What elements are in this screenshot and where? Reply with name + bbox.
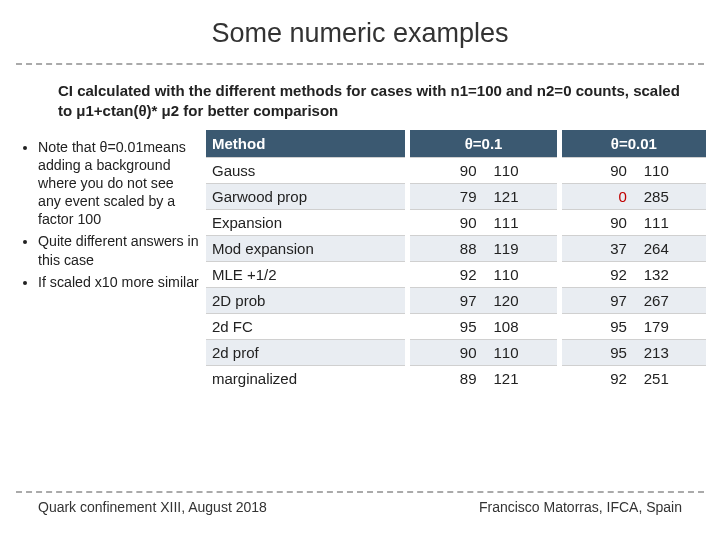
table-row: Mod expansion8811937264 xyxy=(206,235,706,261)
methods-table-wrap: Method θ=0.1 θ=0.01 Gauss9011090110Garwo… xyxy=(206,130,706,391)
cell-method: MLE +1/2 xyxy=(206,261,408,287)
cell-theta01: 90110 xyxy=(408,339,559,365)
cell-method: 2d prof xyxy=(206,339,408,365)
table-row: 2D prob9712097267 xyxy=(206,287,706,313)
divider-bottom xyxy=(16,491,704,493)
table-row: Gauss9011090110 xyxy=(206,157,706,183)
cell-method: marginalized xyxy=(206,365,408,391)
table-row: 2d prof9011095213 xyxy=(206,339,706,365)
notes-panel: Note that θ=0.01means adding a backgroun… xyxy=(14,130,206,391)
cell-method: 2D prob xyxy=(206,287,408,313)
cell-theta01: 88119 xyxy=(408,235,559,261)
cell-theta001: 37264 xyxy=(559,235,706,261)
cell-theta01: 79121 xyxy=(408,183,559,209)
col-header-method: Method xyxy=(206,130,408,158)
cell-theta001: 90111 xyxy=(559,209,706,235)
col-header-theta001: θ=0.01 xyxy=(559,130,706,158)
methods-table: Method θ=0.1 θ=0.01 Gauss9011090110Garwo… xyxy=(206,130,706,391)
cell-method: Expansion xyxy=(206,209,408,235)
cell-theta01: 92110 xyxy=(408,261,559,287)
cell-theta001: 92132 xyxy=(559,261,706,287)
cell-method: Mod expansion xyxy=(206,235,408,261)
footer-left: Quark confinement XIII, August 2018 xyxy=(38,499,267,516)
table-row: MLE +1/29211092132 xyxy=(206,261,706,287)
list-item: If scaled x10 more similar xyxy=(38,273,200,291)
cell-theta001: 90110 xyxy=(559,157,706,183)
list-item: Quite different answers in this case xyxy=(38,232,200,268)
cell-method: Gauss xyxy=(206,157,408,183)
table-row: marginalized8912192251 xyxy=(206,365,706,391)
cell-theta01: 90110 xyxy=(408,157,559,183)
cell-theta001: 97267 xyxy=(559,287,706,313)
cell-theta001: 95213 xyxy=(559,339,706,365)
content-row: Note that θ=0.01means adding a backgroun… xyxy=(0,130,720,391)
cell-method: Garwood prop xyxy=(206,183,408,209)
cell-theta01: 97120 xyxy=(408,287,559,313)
cell-theta001: 95179 xyxy=(559,313,706,339)
table-row: 2d FC9510895179 xyxy=(206,313,706,339)
footer-right: Francisco Matorras, IFCA, Spain xyxy=(479,499,682,516)
caption-text: CI calculated with the different methods… xyxy=(0,65,720,130)
footer: Quark confinement XIII, August 2018 Fran… xyxy=(16,491,704,516)
col-header-theta01: θ=0.1 xyxy=(408,130,559,158)
slide-title: Some numeric examples xyxy=(0,0,720,63)
cell-theta01: 90111 xyxy=(408,209,559,235)
table-row: Expansion9011190111 xyxy=(206,209,706,235)
cell-theta01: 95108 xyxy=(408,313,559,339)
cell-method: 2d FC xyxy=(206,313,408,339)
list-item: Note that θ=0.01means adding a backgroun… xyxy=(38,138,200,229)
notes-list: Note that θ=0.01means adding a backgroun… xyxy=(24,138,200,291)
table-row: Garwood prop791210285 xyxy=(206,183,706,209)
cell-theta001: 0285 xyxy=(559,183,706,209)
table-body: Gauss9011090110Garwood prop791210285Expa… xyxy=(206,157,706,391)
cell-theta01: 89121 xyxy=(408,365,559,391)
cell-theta001: 92251 xyxy=(559,365,706,391)
